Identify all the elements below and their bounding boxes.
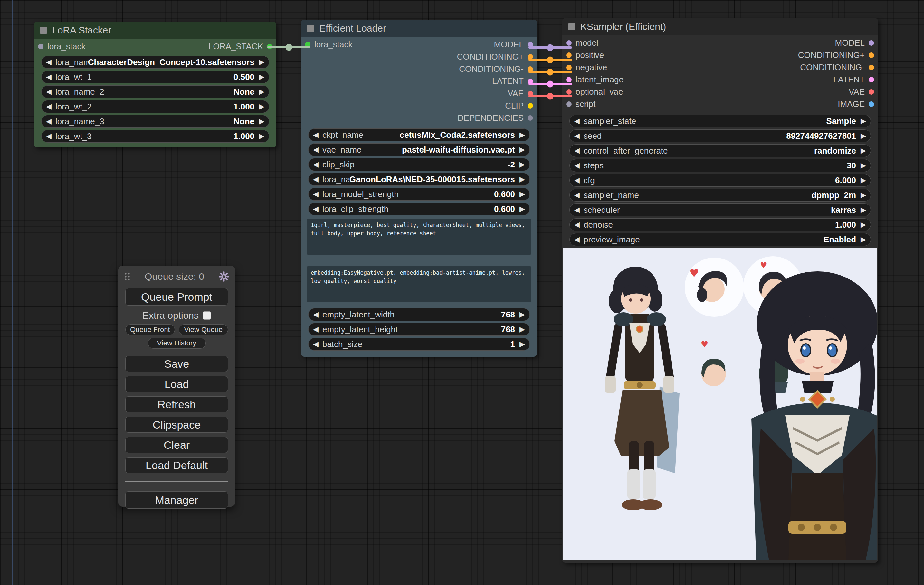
decrement-arrow-icon[interactable] — [46, 118, 51, 125]
input-slot-lora-stack[interactable] — [38, 44, 43, 49]
widget-denoise[interactable]: denoise 1.000 — [569, 218, 871, 231]
decrement-arrow-icon[interactable] — [46, 73, 51, 81]
increment-arrow-icon[interactable] — [520, 341, 525, 348]
node-header-efficient-loader[interactable]: Efficient Loader — [301, 20, 537, 37]
increment-arrow-icon[interactable] — [520, 191, 525, 198]
node-header-ksampler[interactable]: KSampler (Efficient) — [562, 18, 878, 35]
increment-arrow-icon[interactable] — [259, 118, 264, 125]
clipspace-button[interactable]: Clipspace — [125, 417, 228, 433]
decrement-arrow-icon[interactable] — [574, 191, 580, 199]
decrement-arrow-icon[interactable] — [46, 133, 51, 140]
decrement-arrow-icon[interactable] — [313, 161, 318, 168]
widget-vae-name[interactable]: vae_name pastel-waifu-diffusion.vae.pt — [308, 143, 530, 156]
increment-arrow-icon[interactable] — [520, 311, 525, 318]
view-history-button[interactable]: View History — [148, 338, 206, 349]
negative-prompt-textarea[interactable]: embedding:EasyNegative.pt, embedding:bad… — [307, 266, 531, 302]
widget-sampler-state[interactable]: sampler_state Sample — [569, 115, 871, 127]
output-slot-clip[interactable] — [528, 103, 533, 109]
increment-arrow-icon[interactable] — [520, 176, 525, 183]
widget-lora-name-2[interactable]: lora_name_2 None — [41, 85, 269, 98]
widget-preview-image[interactable]: preview_image Enabled — [569, 233, 871, 246]
increment-arrow-icon[interactable] — [861, 132, 866, 139]
increment-arrow-icon[interactable] — [259, 103, 264, 110]
node-ksampler-efficient[interactable]: KSampler (Efficient) model MODEL positiv… — [562, 18, 878, 563]
widget-lora-name-1[interactable]: lora_name_1 CharacterDesign_Concept-10.s… — [41, 56, 269, 69]
widget-lora-wt-1[interactable]: lora_wt_1 0.500 — [41, 71, 269, 83]
node-collapse-icon[interactable] — [40, 27, 47, 34]
input-slot-negative[interactable] — [566, 65, 572, 70]
widget-steps[interactable]: steps 30 — [569, 159, 871, 172]
increment-arrow-icon[interactable] — [861, 206, 866, 213]
output-slot-model[interactable] — [869, 40, 874, 46]
increment-arrow-icon[interactable] — [259, 133, 264, 140]
queue-menu-panel[interactable]: Queue size: 0 Queue Prompt Extra options — [118, 265, 235, 507]
widget-seed[interactable]: seed 892744927627801 — [569, 129, 871, 142]
increment-arrow-icon[interactable] — [861, 236, 866, 243]
increment-arrow-icon[interactable] — [259, 59, 264, 66]
decrement-arrow-icon[interactable] — [313, 146, 318, 153]
refresh-button[interactable]: Refresh — [125, 396, 228, 412]
manager-button[interactable]: Manager — [125, 491, 228, 509]
input-slot-latent-image[interactable] — [566, 77, 572, 82]
decrement-arrow-icon[interactable] — [574, 206, 580, 213]
decrement-arrow-icon[interactable] — [313, 311, 318, 318]
node-efficient-loader[interactable]: Efficient Loader lora_stack MODEL CONDIT… — [301, 20, 537, 357]
decrement-arrow-icon[interactable] — [574, 162, 580, 169]
decrement-arrow-icon[interactable] — [46, 59, 51, 66]
widget-control-after-generate[interactable]: control_after_generate randomize — [569, 144, 871, 157]
increment-arrow-icon[interactable] — [861, 191, 866, 199]
decrement-arrow-icon[interactable] — [574, 177, 580, 184]
increment-arrow-icon[interactable] — [520, 131, 525, 138]
decrement-arrow-icon[interactable] — [313, 176, 318, 183]
widget-sampler-name[interactable]: sampler_name dpmpp_2m — [569, 189, 871, 201]
view-queue-button[interactable]: View Queue — [179, 324, 228, 335]
decrement-arrow-icon[interactable] — [46, 103, 51, 110]
increment-arrow-icon[interactable] — [861, 162, 866, 169]
increment-arrow-icon[interactable] — [861, 177, 866, 184]
widget-scheduler[interactable]: scheduler karras — [569, 203, 871, 216]
extra-options-checkbox[interactable] — [203, 311, 211, 320]
increment-arrow-icon[interactable] — [259, 88, 264, 95]
node-collapse-icon[interactable] — [568, 23, 575, 30]
widget-lora-wt-3[interactable]: lora_wt_3 1.000 — [41, 130, 269, 143]
decrement-arrow-icon[interactable] — [574, 236, 580, 243]
output-slot-conditioning-minus[interactable] — [869, 65, 874, 70]
clear-button[interactable]: Clear — [125, 437, 228, 453]
widget-lora-wt-2[interactable]: lora_wt_2 1.000 — [41, 100, 269, 113]
load-default-button[interactable]: Load Default — [125, 457, 228, 473]
positive-prompt-textarea[interactable]: 1girl, masterpiece, best quality, Charac… — [307, 219, 531, 255]
node-header-lora-stacker[interactable]: LoRA Stacker — [34, 21, 276, 39]
decrement-arrow-icon[interactable] — [574, 147, 580, 154]
widget-lora-name[interactable]: lora_name GanonLoRAs\NED-35-000015.safet… — [308, 173, 530, 186]
output-slot-vae[interactable] — [869, 89, 874, 95]
decrement-arrow-icon[interactable] — [574, 221, 580, 228]
increment-arrow-icon[interactable] — [520, 326, 525, 333]
input-slot-model[interactable] — [566, 40, 572, 46]
widget-cfg[interactable]: cfg 6.000 — [569, 174, 871, 187]
increment-arrow-icon[interactable] — [861, 147, 866, 154]
node-lora-stacker[interactable]: LoRA Stacker lora_stack LORA_STACK lora_… — [34, 21, 276, 147]
decrement-arrow-icon[interactable] — [313, 131, 318, 138]
settings-gear-icon[interactable] — [218, 271, 229, 282]
increment-arrow-icon[interactable] — [520, 205, 525, 213]
load-button[interactable]: Load — [125, 376, 228, 392]
drag-handle-icon[interactable] — [124, 272, 130, 282]
increment-arrow-icon[interactable] — [520, 161, 525, 168]
increment-arrow-icon[interactable] — [259, 73, 264, 81]
decrement-arrow-icon[interactable] — [313, 326, 318, 333]
save-button[interactable]: Save — [125, 356, 228, 372]
decrement-arrow-icon[interactable] — [313, 341, 318, 348]
node-collapse-icon[interactable] — [307, 25, 314, 32]
input-slot-positive[interactable] — [566, 53, 572, 58]
input-slot-script[interactable] — [566, 101, 572, 107]
queue-front-button[interactable]: Queue Front — [125, 324, 175, 335]
output-slot-conditioning-plus[interactable] — [869, 53, 874, 58]
decrement-arrow-icon[interactable] — [574, 117, 580, 125]
output-slot-dependencies[interactable] — [528, 115, 533, 121]
widget-batch-size[interactable]: batch_size 1 — [308, 338, 530, 351]
increment-arrow-icon[interactable] — [861, 117, 866, 125]
widget-empty-latent-height[interactable]: empty_latent_height 768 — [308, 323, 530, 336]
decrement-arrow-icon[interactable] — [46, 88, 51, 95]
queue-prompt-button[interactable]: Queue Prompt — [125, 288, 228, 305]
widget-lora-clip-strength[interactable]: lora_clip_strength 0.600 — [308, 203, 530, 215]
